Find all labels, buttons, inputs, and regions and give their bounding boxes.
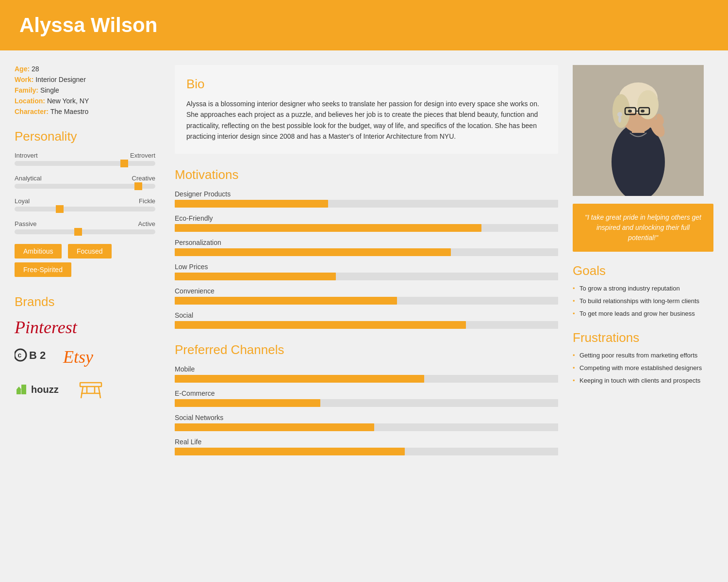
slider-loyal-fickle: Loyal Fickle: [15, 197, 155, 211]
middle-column: Bio Alyssa is a blossoming interior desi…: [165, 65, 568, 465]
motivation-low-prices: Low Prices: [175, 263, 558, 280]
svg-line-9: [99, 387, 100, 398]
frustrations-section: Frustrations Getting poor results from m…: [573, 330, 713, 386]
goal-1: To grow a strong industry reputation: [573, 284, 713, 293]
motivation-designer-products: Designer Products: [175, 190, 558, 208]
frustration-3: Keeping in touch with clients and prospe…: [573, 376, 713, 385]
channel-real-life: Real Life: [175, 438, 558, 455]
left-column: Age: 28 Work: Interior Designer Family: …: [15, 65, 165, 465]
frustration-1: Getting poor results from marketing effo…: [573, 351, 713, 360]
svg-point-25: [618, 116, 621, 123]
slider-thumb-2: [134, 182, 142, 190]
channels-section: Preferred Channels Mobile E-Commerce Soc…: [175, 342, 558, 455]
goal-2: To build relationships with long-term cl…: [573, 297, 713, 306]
slider-passive-active: Passive Active: [15, 220, 155, 234]
brand-houzz: houzz: [15, 376, 155, 403]
bio-section: Bio Alyssa is a blossoming interior desi…: [175, 65, 558, 154]
family-row: Family: Single: [15, 86, 155, 94]
tag-ambitious: Ambitious: [15, 244, 62, 259]
tag-free-spirited: Free-Spirited: [15, 262, 71, 277]
svg-text:2: 2: [40, 349, 46, 361]
svg-point-19: [612, 94, 630, 128]
svg-rect-5: [21, 385, 26, 394]
slider-thumb-1: [120, 160, 128, 167]
channel-ecommerce: E-Commerce: [175, 389, 558, 407]
profile-info: Age: 28 Work: Interior Designer Family: …: [15, 65, 155, 115]
right-column: "I take great pride in helping others ge…: [568, 65, 713, 465]
goals-section: Goals To grow a strong industry reputati…: [573, 263, 713, 319]
location-row: Location: New York, NY: [15, 97, 155, 105]
slider-analytical-creative: Analytical Creative: [15, 175, 155, 189]
work-row: Work: Interior Designer: [15, 76, 155, 83]
svg-text:B: B: [29, 349, 36, 361]
slider-thumb-4: [74, 228, 82, 236]
slider-thumb-3: [56, 205, 64, 213]
channel-social-networks: Social Networks: [175, 414, 558, 431]
personality-tags: Ambitious Focused Free-Spirited: [15, 244, 155, 281]
main-content: Age: 28 Work: Interior Designer Family: …: [0, 50, 728, 480]
svg-point-26: [628, 110, 632, 113]
motivation-personalization: Personalization: [175, 239, 558, 256]
channel-mobile: Mobile: [175, 365, 558, 383]
brand-pinterest: Pinterest: [15, 317, 155, 338]
profile-photo: [573, 65, 704, 196]
goal-3: To get more leads and grow her business: [573, 309, 713, 318]
svg-point-27: [641, 110, 645, 113]
svg-rect-4: [17, 389, 21, 394]
motivation-social: Social: [175, 311, 558, 329]
svg-marker-6: [17, 387, 21, 389]
personality-section: Personality Introvert Extrovert Analytic…: [15, 129, 155, 281]
motivation-convenience: Convenience: [175, 287, 558, 305]
svg-line-8: [81, 387, 83, 398]
brand-cb2-etsy: c B 2 Etsy: [15, 346, 155, 367]
age-row: Age: 28: [15, 65, 155, 73]
quote-box: "I take great pride in helping others ge…: [573, 204, 713, 252]
page-title: Alyssa Wilson: [19, 14, 709, 37]
header: Alyssa Wilson: [0, 0, 728, 50]
motivations-section: Motivations Designer Products Eco-Friend…: [175, 167, 558, 329]
svg-text:c: c: [18, 351, 22, 359]
character-row: Character: The Maestro: [15, 108, 155, 115]
brands-section: Brands Pinterest c B 2 Etsy: [15, 294, 155, 403]
tag-focused: Focused: [68, 244, 112, 259]
motivation-eco-friendly: Eco-Friendly: [175, 214, 558, 232]
frustration-2: Competing with more established designer…: [573, 364, 713, 372]
slider-introvert-extrovert: Introvert Extrovert: [15, 152, 155, 166]
svg-rect-7: [80, 383, 101, 387]
